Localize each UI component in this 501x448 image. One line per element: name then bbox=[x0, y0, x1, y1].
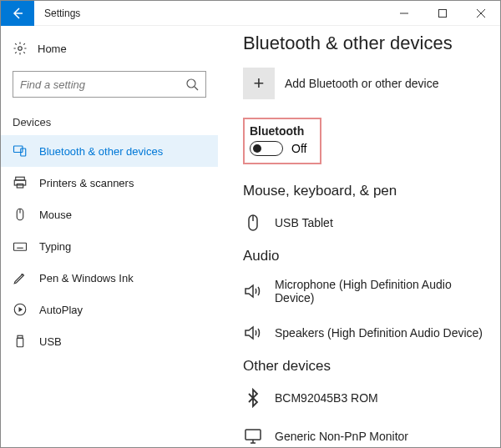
device-bcm-rom[interactable]: BCM92045B3 ROM bbox=[243, 381, 492, 420]
bluetooth-heading: Bluetooth bbox=[250, 124, 306, 138]
nav-label: AutoPlay bbox=[39, 304, 83, 316]
device-speakers[interactable]: Speakers (High Definition Audio Device) bbox=[243, 316, 492, 355]
nav-label: Printers & scanners bbox=[39, 177, 134, 189]
bluetooth-highlight: Bluetooth Off bbox=[243, 118, 321, 164]
nav-autoplay[interactable]: AutoPlay bbox=[1, 294, 218, 325]
svg-point-1 bbox=[18, 47, 23, 51]
nav-label: Mouse bbox=[39, 209, 72, 221]
maximize-button[interactable] bbox=[423, 1, 462, 26]
mouse-icon bbox=[243, 213, 263, 233]
close-icon bbox=[477, 9, 485, 18]
svg-rect-7 bbox=[17, 184, 23, 189]
search-input[interactable] bbox=[20, 78, 185, 91]
svg-rect-0 bbox=[439, 9, 447, 17]
nav-pen-windows-ink[interactable]: Pen & Windows Ink bbox=[1, 262, 218, 294]
svg-rect-3 bbox=[14, 146, 23, 153]
bluetooth-toggle[interactable] bbox=[250, 141, 283, 156]
window-title: Settings bbox=[34, 8, 385, 19]
nav-typing[interactable]: Typing bbox=[1, 230, 218, 262]
minimize-icon bbox=[400, 9, 408, 18]
speaker-icon bbox=[243, 323, 263, 343]
svg-point-2 bbox=[187, 79, 195, 88]
back-button[interactable] bbox=[1, 1, 34, 26]
category-label: Devices bbox=[1, 113, 218, 135]
home-label: Home bbox=[38, 43, 67, 55]
minimize-button[interactable] bbox=[385, 1, 423, 26]
svg-rect-6 bbox=[14, 180, 26, 185]
plus-icon: + bbox=[243, 68, 275, 99]
search-box[interactable] bbox=[13, 71, 206, 98]
close-button[interactable] bbox=[462, 1, 500, 26]
device-label: BCM92045B3 ROM bbox=[275, 391, 378, 405]
content-pane: Bluetooth & other devices + Add Bluetoot… bbox=[218, 26, 500, 447]
nav-label: USB bbox=[39, 335, 62, 348]
nav-label: Pen & Windows Ink bbox=[39, 272, 134, 284]
add-device-button[interactable]: + Add Bluetooth or other device bbox=[243, 68, 492, 99]
section-audio-heading: Audio bbox=[243, 248, 492, 264]
page-title: Bluetooth & other devices bbox=[243, 33, 492, 54]
device-usb-tablet[interactable]: USB Tablet bbox=[243, 206, 492, 244]
arrow-left-icon bbox=[11, 7, 24, 20]
home-button[interactable]: Home bbox=[1, 34, 218, 63]
nav-printers-scanners[interactable]: Printers & scanners bbox=[1, 167, 218, 199]
section-mouse-heading: Mouse, keyboard, & pen bbox=[243, 183, 492, 199]
device-generic-monitor[interactable]: Generic Non-PnP Monitor bbox=[243, 420, 492, 447]
devices-icon bbox=[13, 143, 28, 159]
monitor-icon bbox=[243, 426, 263, 446]
speaker-icon bbox=[243, 281, 263, 301]
nav-label: Typing bbox=[39, 240, 71, 253]
device-label: Generic Non-PnP Monitor bbox=[275, 430, 408, 443]
pen-icon bbox=[13, 270, 28, 285]
maximize-icon bbox=[438, 9, 447, 18]
titlebar: Settings bbox=[1, 1, 500, 26]
printer-icon bbox=[13, 175, 28, 190]
add-device-label: Add Bluetooth or other device bbox=[285, 77, 438, 90]
nav-usb[interactable]: USB bbox=[1, 325, 218, 357]
bluetooth-icon bbox=[243, 388, 263, 408]
usb-icon bbox=[13, 334, 28, 349]
device-label: USB Tablet bbox=[275, 216, 333, 229]
sidebar: Home Devices Bluetooth & other devices P… bbox=[1, 26, 218, 447]
gear-icon bbox=[13, 41, 28, 56]
autoplay-icon bbox=[13, 302, 28, 317]
mouse-icon bbox=[13, 207, 28, 222]
search-icon bbox=[185, 78, 199, 91]
bluetooth-state: Off bbox=[291, 142, 306, 155]
nav-bluetooth-other-devices[interactable]: Bluetooth & other devices bbox=[1, 135, 218, 167]
keyboard-icon bbox=[13, 239, 28, 254]
svg-rect-14 bbox=[245, 430, 261, 440]
nav-label: Bluetooth & other devices bbox=[39, 145, 163, 158]
svg-rect-12 bbox=[17, 338, 23, 347]
device-microphone[interactable]: Microphone (High Definition Audio Device… bbox=[243, 271, 492, 316]
section-other-heading: Other devices bbox=[243, 358, 492, 375]
device-label: Microphone (High Definition Audio Device… bbox=[275, 278, 492, 305]
nav-mouse[interactable]: Mouse bbox=[1, 199, 218, 230]
svg-rect-9 bbox=[14, 243, 27, 250]
device-label: Speakers (High Definition Audio Device) bbox=[275, 326, 483, 340]
